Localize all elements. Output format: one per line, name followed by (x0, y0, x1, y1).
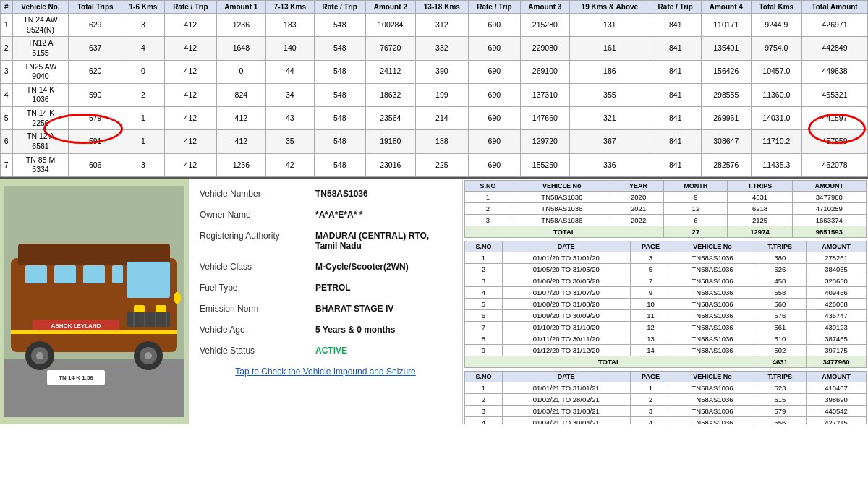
table-cell: 129720 (520, 130, 570, 153)
table-cell: 390 (415, 60, 469, 83)
monthly-2021-cell: 515 (754, 393, 806, 405)
col-amount: AMOUNT (806, 371, 866, 382)
table-cell: 824 (216, 83, 266, 106)
vehicle-status-value: ACTIVE (315, 346, 347, 356)
table-cell: 43 (266, 107, 314, 130)
table-cell: 841 (650, 37, 701, 60)
monthly-row: 801/11/20 TO 30/11/2013TN58AS10365103874… (465, 333, 867, 344)
table-cell: 24112 (365, 60, 415, 83)
monthly-2021-cell: TN58AS1036 (671, 416, 754, 424)
svg-point-18 (36, 352, 43, 359)
monthly-row: 601/09/20 TO 30/09/2011TN58AS10365764367… (465, 309, 867, 321)
col-sno: S.NO (465, 371, 503, 382)
svg-text:ASHOK LEYLAND: ASHOK LEYLAND (51, 322, 101, 329)
monthly-cell: 558 (754, 286, 806, 298)
table-cell: 548 (314, 60, 365, 83)
monthly-2021-cell: 2 (465, 393, 503, 405)
table-cell: 690 (469, 107, 520, 130)
table-cell: 188 (415, 130, 469, 153)
monthly-cell: 3 (630, 252, 671, 263)
table-cell: TN12 A 5155 (12, 37, 69, 60)
table-cell: 186 (570, 60, 650, 83)
table-cell: 841 (650, 130, 701, 153)
table-cell: 548 (314, 153, 365, 176)
monthly-cell: TN58AS1036 (671, 286, 754, 298)
monthly-2021-cell: 410467 (806, 382, 866, 393)
col-rate-trip-2: Rate / Trip (314, 1, 365, 14)
monthly-2021-cell: 4 (630, 416, 671, 424)
monthly-cell: 526 (754, 263, 806, 275)
table-cell: 0 (122, 60, 164, 83)
table-cell: 426971 (802, 14, 868, 37)
col-sno: S.NO (465, 241, 503, 252)
monthly-2021-cell: 1 (465, 382, 503, 393)
monthly-cell: 01/09/20 TO 30/09/20 (502, 309, 630, 321)
table-cell: TN 12 A 6561 (12, 130, 69, 153)
monthly-cell: 458 (754, 275, 806, 286)
monthly-cell: 7 (465, 321, 503, 333)
col-ttrips: T.TRIPS (728, 180, 792, 191)
vehicle-age-row: Vehicle Age 5 Years & 0 months (200, 322, 451, 338)
monthly-cell: 510 (754, 333, 806, 344)
monthly-2021-cell: 3 (465, 405, 503, 416)
col-page: PAGE (630, 371, 671, 382)
table-cell: 690 (469, 153, 520, 176)
monthly-2021-cell: 440542 (806, 405, 866, 416)
table-cell: 606 (69, 153, 122, 176)
monthly-cell: 6 (465, 309, 503, 321)
emission-value: BHARAT STAGE IV (315, 304, 393, 314)
table-row: 3TN25 AW 9040620041204454824112390690269… (1, 60, 868, 83)
col-month: MONTH (664, 180, 728, 191)
table-cell: 5 (1, 107, 13, 130)
table-cell: 7 (1, 153, 13, 176)
col-amount: AMOUNT (792, 180, 866, 191)
svg-rect-8 (112, 265, 123, 283)
owner-name-label: Owner Name (200, 210, 315, 220)
table-cell: 548 (314, 130, 365, 153)
table-header-row: # Vehicle No. Total Trips 1-6 Kms Rate /… (1, 1, 868, 14)
fuel-type-label: Fuel Type (200, 283, 315, 293)
monthly-cell: 7 (630, 275, 671, 286)
monthly-2021-row: 201/02/21 TO 28/02/212TN58AS103651539869… (465, 393, 867, 405)
col-total-trips: Total Trips (69, 1, 122, 14)
table-cell: 155250 (520, 153, 570, 176)
table-cell: 690 (469, 130, 520, 153)
monthly-2021-cell: 579 (754, 405, 806, 416)
monthly-cell: 8 (465, 333, 503, 344)
monthly-cell: 436747 (806, 309, 866, 321)
col-total-kms: Total Kms (751, 1, 801, 14)
table-cell: 35 (266, 130, 314, 153)
table-cell: 548 (314, 83, 365, 106)
col-1-6-kms: 1-6 Kms (122, 1, 164, 14)
table-cell: 6 (1, 130, 13, 153)
table-cell: 100284 (365, 14, 415, 37)
year-table-cell: 2021 (613, 202, 663, 214)
monthly-row: 501/08/20 TO 31/08/2010TN58AS10365604260… (465, 298, 867, 309)
year-table-cell: 6218 (728, 202, 792, 214)
monthly-cell: 12 (630, 321, 671, 333)
monthly-2021-cell: 01/01/21 TO 31/01/21 (502, 382, 630, 393)
table-cell: 269100 (520, 60, 570, 83)
tap-check-link[interactable]: Tap to Check the Vehicle Impound and Sei… (200, 367, 451, 377)
svg-rect-6 (54, 265, 76, 283)
table-cell: 140 (266, 37, 314, 60)
total-cell: 12974 (728, 226, 792, 237)
col-page: PAGE (630, 241, 671, 252)
col-vehicle-no: VEHICLE No (671, 371, 754, 382)
monthly-row: 401/07/20 TO 31/07/209TN58AS103655840946… (465, 286, 867, 298)
bus-image-container: ASHOK LEYLAND TN 14 K 1,56 (0, 179, 188, 424)
table-cell: 449638 (802, 60, 868, 83)
monthly-cell: TN58AS1036 (671, 275, 754, 286)
table-cell: 637 (69, 37, 122, 60)
table-cell: 841 (650, 107, 701, 130)
table-cell: 308647 (702, 130, 752, 153)
monthly-cell: 502 (754, 344, 806, 356)
year-table-cell: 1 (465, 191, 511, 202)
col-vehicle-no: VEHICLE No (671, 241, 754, 252)
year-table-cell: 12 (664, 202, 728, 214)
table-cell: 110171 (702, 14, 752, 37)
monthly-cell: 384065 (806, 263, 866, 275)
year-table-cell: TN58AS1036 (511, 202, 613, 214)
table-row: 4TN 14 K 1036590241282434548186321996901… (1, 83, 868, 106)
table-cell: 841 (650, 14, 701, 37)
